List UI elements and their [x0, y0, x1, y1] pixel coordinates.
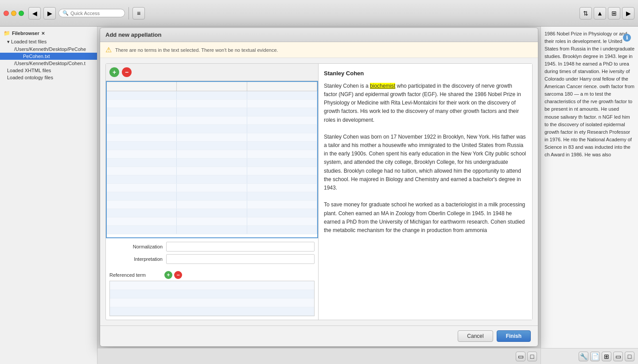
table-row[interactable]	[107, 125, 317, 133]
warning-icon: ⚠	[105, 46, 112, 54]
table-row[interactable]	[107, 159, 317, 167]
window-controls	[4, 11, 24, 16]
dialog-warning: ⚠ There are no terms in the text selecte…	[100, 42, 538, 58]
normalization-input[interactable]	[166, 242, 315, 252]
cell	[247, 209, 317, 217]
bottom-btn-expand[interactable]: □	[527, 352, 537, 361]
grid-button[interactable]: ⊞	[602, 352, 611, 361]
search-input[interactable]	[70, 11, 121, 16]
bottom-right-expand[interactable]: □	[625, 352, 634, 361]
cell	[177, 209, 247, 217]
table-row[interactable]	[107, 167, 317, 175]
table-row[interactable]	[107, 226, 317, 234]
path1-item[interactable]: /Users/Kenneth/Desktop/PeCohe	[0, 46, 97, 53]
close-button[interactable]	[4, 11, 9, 16]
loaded-text-files-label: Loaded text files	[11, 39, 47, 44]
map-button[interactable]: ⊞	[608, 7, 620, 19]
cell	[107, 175, 177, 183]
cell	[247, 108, 317, 116]
cell	[247, 133, 317, 141]
loaded-xhtml-label: Loaded XHTML files	[7, 68, 51, 73]
cell	[247, 125, 317, 133]
ref-term-row[interactable]	[110, 298, 314, 307]
text-body: Stanley Cohen is a biochemist who partic…	[324, 82, 527, 235]
loaded-ontology-item[interactable]: Loaded ontology files	[0, 74, 97, 81]
bottom-right-minus[interactable]: ▭	[613, 352, 623, 361]
grid-icon: ⊞	[604, 353, 609, 360]
table-row[interactable]	[107, 217, 317, 226]
add-appellation-button[interactable]: +	[109, 67, 119, 77]
pecohen-file[interactable]: PeCohen.txt	[0, 53, 97, 60]
cell	[247, 100, 317, 108]
ref-term-table	[109, 281, 315, 316]
map-icon: ⊞	[611, 10, 617, 17]
page-button[interactable]: 📄	[590, 352, 600, 361]
cell	[177, 108, 247, 116]
ref-term-header: Referenced term + −	[109, 271, 315, 279]
table-row[interactable]	[107, 142, 317, 150]
loaded-text-files-item[interactable]: Loaded text files	[0, 38, 97, 46]
interpretation-input[interactable]	[166, 254, 315, 264]
add-ref-button[interactable]: +	[164, 271, 172, 279]
bg-text-panel: ℹ 1986 Nobel Prize in Physiology or and …	[541, 27, 638, 364]
run-button[interactable]: ▶	[622, 7, 634, 19]
table-row[interactable]	[107, 201, 317, 209]
dialog-overlay: Add new appellation ⚠ There are no terms…	[97, 27, 541, 364]
cell	[247, 184, 317, 192]
info-badge[interactable]: ℹ	[623, 34, 631, 42]
maximize-button[interactable]	[19, 11, 24, 16]
cell	[107, 133, 177, 141]
cell	[177, 201, 247, 209]
back-button[interactable]: ◀	[28, 7, 41, 19]
ref-term-row[interactable]	[110, 281, 314, 290]
minimize-button[interactable]	[11, 11, 16, 16]
table-row[interactable]	[107, 150, 317, 159]
text-title: Stanley Cohen	[324, 69, 527, 78]
bottom-btn-minus[interactable]: ▭	[516, 352, 525, 361]
cancel-button[interactable]: Cancel	[458, 330, 493, 342]
filebrowser-header: 📁 Filebrowser ✕	[0, 28, 97, 38]
cell	[177, 100, 247, 108]
table-row[interactable]	[107, 184, 317, 192]
table-row[interactable]	[107, 133, 317, 142]
dialog-content-area: + −	[105, 63, 533, 320]
sidebar: 📁 Filebrowser ✕ Loaded text files /Users…	[0, 27, 97, 364]
remove-appellation-button[interactable]: −	[122, 67, 132, 77]
toolbar-btn-1[interactable]: ≡	[132, 7, 145, 19]
table-row[interactable]	[107, 108, 317, 116]
table-row[interactable]	[107, 100, 317, 108]
cell	[107, 167, 177, 175]
cell	[247, 192, 317, 200]
finish-button[interactable]: Finish	[497, 330, 531, 342]
cell	[107, 142, 177, 150]
right-panel: Stanley Cohen Stanley Cohen is a biochem…	[319, 64, 532, 320]
add-remove-bar: + −	[106, 64, 318, 81]
cell	[177, 175, 247, 183]
table-row[interactable]	[107, 209, 317, 217]
cell	[247, 175, 317, 183]
table-row[interactable]	[107, 116, 317, 125]
loaded-xhtml-item[interactable]: Loaded XHTML files	[0, 67, 97, 74]
table-row[interactable]	[107, 192, 317, 201]
expand-icon2: □	[628, 353, 631, 360]
fields-section: Normalization Interpretation	[106, 238, 318, 267]
wrench-button[interactable]: 🔧	[579, 352, 588, 361]
ref-term-row[interactable]	[110, 290, 314, 299]
bottom-right-toolbar: 🔧 📄 ⊞ ▭ □	[541, 348, 638, 364]
stack-button[interactable]: ▲	[594, 7, 606, 19]
remove-ref-button[interactable]: −	[174, 271, 182, 279]
ref-term-row[interactable]	[110, 307, 314, 316]
search-box[interactable]: 🔍	[58, 9, 125, 17]
path2-item[interactable]: /Users/Kenneth/Desktop/Cohen.t	[0, 60, 97, 67]
forward-icon: ▶	[47, 10, 52, 17]
table-row[interactable]	[107, 175, 317, 184]
forward-button[interactable]: ▶	[43, 7, 56, 19]
filebrowser-tag: ✕	[41, 31, 45, 36]
cell	[177, 150, 247, 158]
main-area: ℹ 1986 Nobel Prize in Physiology or and …	[97, 27, 638, 364]
table-row[interactable]	[107, 91, 317, 100]
cell	[107, 116, 177, 124]
sort-button[interactable]: ⇅	[580, 7, 592, 19]
cell	[177, 192, 247, 200]
minus-icon: ▭	[518, 353, 524, 360]
